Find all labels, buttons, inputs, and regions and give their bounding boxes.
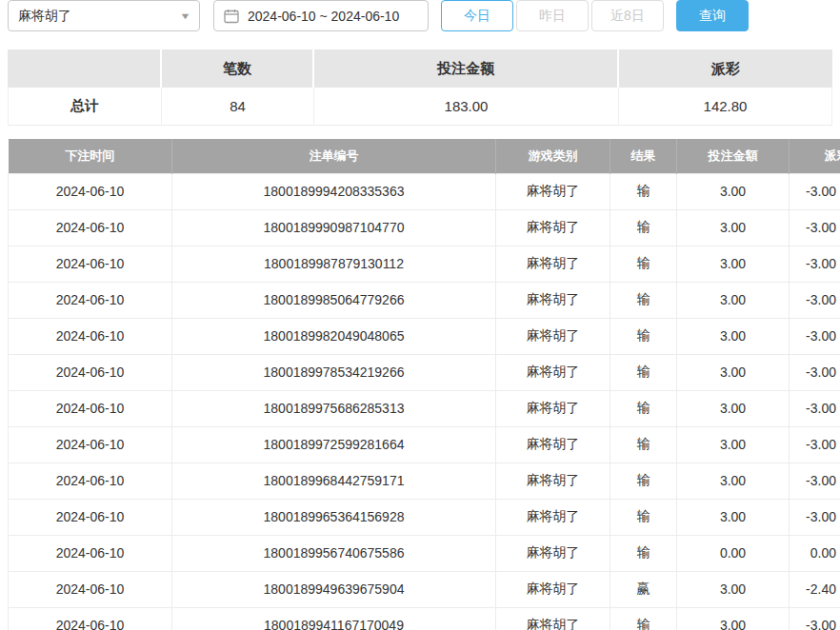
cell-bet-amount: 3.00	[677, 282, 790, 318]
cell-bet-time: 2024-06-10	[9, 571, 172, 607]
cell-result: 输	[610, 209, 677, 246]
cell-payout: 0.00	[790, 535, 840, 571]
records-table-container: 下注时间 注单编号 游戏类别 结果 投注金額 派彩 2024-06-10 180…	[8, 139, 840, 630]
table-row: 2024-06-10 1800189982049048065 麻将胡了 输 3.…	[9, 318, 840, 354]
col-header-bet-time: 下注时间	[9, 139, 172, 173]
summary-total-bet-amount: 183.00	[314, 88, 619, 126]
summary-total-payout: 142.80	[619, 88, 832, 126]
cell-payout: -3.00	[790, 246, 840, 282]
cell-bet-amount: 3.00	[677, 209, 790, 246]
cell-bet-time: 2024-06-10	[9, 390, 172, 426]
cell-order-number: 1800189968442759171	[172, 463, 496, 499]
today-button[interactable]: 今日	[441, 0, 513, 31]
cell-bet-time: 2024-06-10	[9, 318, 172, 354]
cell-payout: -3.00	[790, 282, 840, 318]
cell-order-number: 1800189985064779266	[172, 282, 496, 318]
cell-game-type: 麻将胡了	[496, 318, 610, 354]
cell-bet-time: 2024-06-10	[9, 426, 172, 463]
cell-result: 输	[610, 318, 677, 354]
cell-game-type: 麻将胡了	[496, 607, 610, 630]
cell-payout: -3.00	[790, 426, 840, 463]
cell-order-number: 1800189975686285313	[172, 390, 496, 426]
table-row: 2024-06-10 1800189949639675904 麻将胡了 赢 3.…	[9, 571, 840, 607]
cell-game-type: 麻将胡了	[496, 390, 610, 426]
cell-result: 输	[610, 246, 677, 282]
col-header-payout: 派彩	[790, 139, 840, 173]
table-row: 2024-06-10 1800189956740675586 麻将胡了 输 0.…	[9, 535, 840, 571]
cell-bet-amount: 3.00	[677, 390, 790, 426]
cell-game-type: 麻将胡了	[496, 354, 610, 390]
cell-game-type: 麻将胡了	[496, 571, 610, 607]
table-row: 2024-06-10 1800189990987104770 麻将胡了 输 3.…	[9, 209, 840, 246]
chevron-down-icon: ▼	[179, 11, 190, 21]
summary-table: 笔数 投注金额 派彩 总计 84 183.00 142.80	[8, 49, 832, 126]
date-range-value: 2024-06-10 ~ 2024-06-10	[248, 9, 399, 24]
date-range-picker[interactable]: 2024-06-10 ~ 2024-06-10	[213, 0, 429, 31]
table-row: 2024-06-10 1800189987879130112 麻将胡了 输 3.…	[9, 246, 840, 282]
summary-header-row: 笔数 投注金额 派彩	[8, 49, 832, 88]
yesterday-button[interactable]: 昨日	[516, 0, 589, 31]
toolbar: 麻将胡了 ▼ 2024-06-10 ~ 2024-06-10 今日 昨日 近8日…	[0, 0, 840, 32]
search-button[interactable]: 查询	[676, 0, 749, 31]
game-select-value: 麻将胡了	[18, 8, 71, 25]
col-header-game-type: 游戏类别	[496, 139, 610, 173]
cell-result: 输	[610, 354, 677, 390]
summary-header-blank	[8, 49, 162, 88]
game-select[interactable]: 麻将胡了 ▼	[8, 0, 200, 31]
records-header-row: 下注时间 注单编号 游戏类别 结果 投注金額 派彩	[9, 139, 840, 173]
cell-bet-time: 2024-06-10	[9, 173, 172, 209]
cell-game-type: 麻将胡了	[496, 173, 610, 209]
cell-bet-amount: 3.00	[677, 318, 790, 354]
summary-header-payout: 派彩	[619, 49, 832, 88]
cell-bet-time: 2024-06-10	[9, 499, 172, 535]
table-row: 2024-06-10 1800189965364156928 麻将胡了 输 3.…	[9, 499, 840, 535]
cell-bet-time: 2024-06-10	[9, 354, 172, 390]
cell-bet-amount: 3.00	[677, 571, 790, 607]
cell-bet-time: 2024-06-10	[9, 607, 172, 630]
cell-bet-time: 2024-06-10	[9, 463, 172, 499]
cell-bet-time: 2024-06-10	[9, 535, 172, 571]
table-row: 2024-06-10 1800189978534219266 麻将胡了 输 3.…	[9, 354, 840, 390]
cell-result: 输	[610, 463, 677, 499]
cell-payout: -3.00	[790, 390, 840, 426]
cell-bet-time: 2024-06-10	[9, 209, 172, 246]
table-row: 2024-06-10 1800189985064779266 麻将胡了 输 3.…	[9, 282, 840, 318]
cell-order-number: 1800189982049048065	[172, 318, 496, 354]
cell-bet-amount: 3.00	[677, 173, 790, 209]
cell-payout: -3.00	[790, 463, 840, 499]
cell-payout: -3.00	[790, 354, 840, 390]
summary-total-count: 84	[162, 88, 314, 126]
cell-order-number: 1800189994208335363	[172, 173, 496, 209]
cell-order-number: 1800189987879130112	[172, 246, 496, 282]
records-tbody: 2024-06-10 1800189994208335363 麻将胡了 输 3.…	[9, 173, 840, 630]
cell-result: 输	[610, 173, 677, 209]
cell-bet-amount: 3.00	[677, 463, 790, 499]
cell-game-type: 麻将胡了	[496, 499, 610, 535]
col-header-result: 结果	[610, 139, 677, 173]
last8days-button[interactable]: 近8日	[591, 0, 664, 31]
cell-order-number: 1800189941167170049	[172, 607, 496, 630]
col-header-order-number: 注单编号	[172, 139, 496, 173]
calendar-icon	[224, 9, 239, 24]
cell-bet-amount: 3.00	[677, 246, 790, 282]
cell-result: 输	[610, 390, 677, 426]
cell-game-type: 麻将胡了	[496, 463, 610, 499]
table-row: 2024-06-10 1800189972599281664 麻将胡了 输 3.…	[9, 426, 840, 463]
cell-order-number: 1800189972599281664	[172, 426, 496, 463]
cell-result: 输	[610, 282, 677, 318]
cell-game-type: 麻将胡了	[496, 535, 610, 571]
cell-order-number: 1800189978534219266	[172, 354, 496, 390]
cell-payout: -3.00	[790, 173, 840, 209]
cell-result: 输	[610, 535, 677, 571]
cell-order-number: 1800189990987104770	[172, 209, 496, 246]
cell-order-number: 1800189949639675904	[172, 571, 496, 607]
table-row: 2024-06-10 1800189941167170049 麻将胡了 输 3.…	[9, 607, 840, 630]
cell-order-number: 1800189965364156928	[172, 499, 496, 535]
cell-result: 输	[610, 499, 677, 535]
cell-bet-amount: 3.00	[677, 426, 790, 463]
cell-game-type: 麻将胡了	[496, 426, 610, 463]
cell-payout: -3.00	[790, 499, 840, 535]
cell-payout: -3.00	[790, 318, 840, 354]
cell-result: 赢	[610, 571, 677, 607]
summary-header-count: 笔数	[162, 49, 314, 88]
